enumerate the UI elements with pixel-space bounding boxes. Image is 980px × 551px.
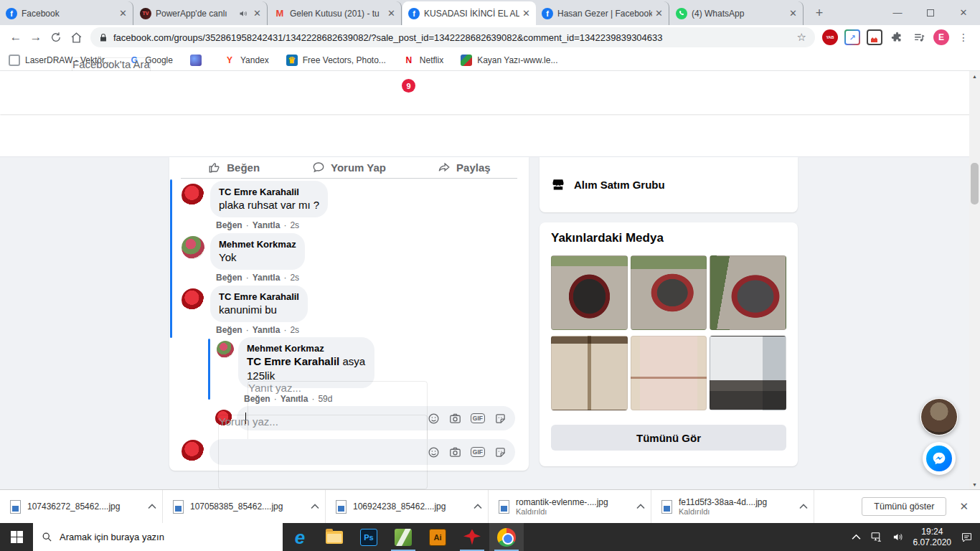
bookmark-yandex[interactable]: YYandex: [224, 55, 269, 66]
messenger-bubble-button[interactable]: [923, 442, 956, 475]
reply-link[interactable]: Yanıtla: [253, 273, 281, 283]
share-action[interactable]: Paylaş: [407, 157, 522, 177]
tab-close-icon[interactable]: ✕: [655, 8, 663, 19]
taskbar-coreldraw[interactable]: [386, 523, 420, 551]
tab-whatsapp[interactable]: (4) WhatsApp ✕: [670, 1, 804, 25]
download-item[interactable]: fe11d5f3-38aa-4d....jpg Kaldırıldı: [651, 490, 814, 523]
show-all-downloads-button[interactable]: Tümünü göster: [862, 497, 946, 516]
tab-audio-icon[interactable]: [239, 9, 248, 18]
reload-button[interactable]: [46, 27, 66, 47]
taskbar-red-app[interactable]: [455, 523, 489, 551]
reply-link[interactable]: Yanıtla: [253, 220, 281, 230]
download-item[interactable]: romantik-evlenme-....jpg Kaldırıldı: [489, 490, 651, 523]
media-photo-atv-2[interactable]: [631, 255, 707, 330]
download-item[interactable]: 107058385_85462....jpg: [163, 490, 326, 523]
comment-time[interactable]: 2s: [290, 220, 299, 230]
see-all-button[interactable]: Tümünü Gör: [551, 425, 786, 451]
gif-icon[interactable]: GIF: [471, 447, 485, 457]
scroll-up-icon[interactable]: ▲: [969, 71, 980, 81]
camera-icon[interactable]: [449, 446, 461, 458]
commenter-avatar[interactable]: [182, 288, 204, 311]
chevron-up-icon[interactable]: [473, 504, 482, 509]
browser-menu-icon[interactable]: ⋮: [956, 29, 971, 45]
scrollbar[interactable]: ▲ ▼: [969, 71, 980, 489]
taskbar-explorer[interactable]: [317, 523, 352, 551]
scrollbar-thumb[interactable]: [971, 163, 979, 204]
action-center-icon[interactable]: [961, 532, 973, 543]
tab-hasan-gezer[interactable]: f Hasan Gezer | Facebook ✕: [536, 1, 669, 25]
tab-close-icon[interactable]: ✕: [253, 8, 261, 19]
tab-close-icon[interactable]: ✕: [522, 8, 530, 19]
address-bar[interactable]: facebook.com/groups/352861958242431/1342…: [90, 27, 815, 47]
gif-icon[interactable]: GIF: [471, 413, 485, 423]
like-action[interactable]: Beğen: [176, 157, 291, 177]
new-tab-button[interactable]: +: [809, 2, 830, 24]
taskbar-edge[interactable]: e: [283, 523, 317, 551]
tray-chevron-up-icon[interactable]: [852, 534, 861, 540]
reply-avatar[interactable]: [217, 341, 234, 358]
bookmark-freevectors[interactable]: ♛Free Vectors, Photo...: [286, 55, 386, 66]
taskbar-illustrator[interactable]: Ai: [420, 523, 455, 551]
sticker-icon[interactable]: [494, 446, 507, 458]
emoji-icon[interactable]: [428, 413, 440, 425]
sticker-icon[interactable]: [494, 413, 507, 425]
back-button[interactable]: ←: [6, 27, 26, 47]
media-photo-atv-1[interactable]: [551, 255, 628, 330]
tab-close-icon[interactable]: ✕: [119, 8, 127, 19]
self-avatar[interactable]: [182, 440, 204, 463]
comment-time[interactable]: 2s: [290, 273, 299, 283]
start-button[interactable]: [0, 523, 33, 551]
maximize-button[interactable]: [914, 0, 947, 25]
media-photo-bathroom[interactable]: [710, 336, 786, 410]
close-window-button[interactable]: ✕: [947, 0, 980, 25]
forward-button[interactable]: →: [26, 27, 46, 47]
bookmark-icononly[interactable]: [190, 55, 207, 66]
bookmark-netflix[interactable]: NNetflix: [403, 55, 443, 66]
chevron-up-icon[interactable]: [311, 504, 319, 509]
mention-link[interactable]: TC Emre Karahalil: [247, 355, 339, 367]
playlist-extension-icon[interactable]: [911, 29, 927, 45]
bookmark-star-icon[interactable]: ☆: [797, 31, 806, 44]
network-icon[interactable]: [870, 532, 882, 542]
download-item[interactable]: 107436272_85462....jpg: [0, 490, 163, 523]
download-item[interactable]: 106924238_85462....jpg: [326, 490, 489, 523]
comment-author[interactable]: TC Emre Karahalil: [219, 291, 299, 303]
tab-close-icon[interactable]: ✕: [789, 8, 797, 19]
minimize-button[interactable]: —: [881, 0, 914, 25]
comment-author[interactable]: TC Emre Karahalil: [219, 186, 319, 198]
commenter-avatar[interactable]: [182, 236, 204, 259]
media-photo-atv-3[interactable]: [710, 255, 786, 330]
emoji-icon[interactable]: [428, 446, 440, 458]
taskbar-search-input[interactable]: Aramak için buraya yazın: [33, 523, 283, 551]
comment-action[interactable]: Yorum Yap: [291, 157, 406, 177]
cat-extension-icon[interactable]: [867, 29, 882, 45]
like-link[interactable]: Beğen: [216, 325, 242, 335]
close-downloads-icon[interactable]: ✕: [959, 500, 969, 513]
media-photo-wardrobe-open[interactable]: [631, 336, 707, 410]
yab-extension-icon[interactable]: YAB: [822, 29, 838, 45]
scroll-down-icon[interactable]: ▼: [969, 479, 980, 489]
comment-input[interactable]: Yorum yaz... GIF: [209, 439, 515, 465]
tab-powerapp[interactable]: TV PowerApp'de canlı ✕: [134, 1, 268, 25]
bookmark-kayan[interactable]: Kayan Yazı-www.le...: [461, 55, 557, 66]
like-link[interactable]: Beğen: [216, 220, 242, 230]
home-button[interactable]: [66, 27, 86, 47]
chevron-up-icon[interactable]: [148, 504, 156, 509]
like-link[interactable]: Beğen: [216, 273, 242, 283]
reply-author[interactable]: Mehmet Korkmaz: [247, 342, 366, 354]
volume-icon[interactable]: [892, 532, 904, 542]
chat-head-avatar[interactable]: [920, 398, 958, 435]
chevron-up-icon[interactable]: [799, 504, 808, 509]
tab-close-icon[interactable]: ✕: [387, 8, 395, 19]
extensions-puzzle-icon[interactable]: [889, 29, 905, 45]
tab-facebook[interactable]: f Facebook ✕: [0, 1, 133, 25]
group-type-row[interactable]: Alım Satım Grubu: [551, 177, 665, 192]
media-photo-wardrobe-closed[interactable]: [551, 336, 628, 410]
chevron-up-icon[interactable]: [636, 504, 645, 509]
browser-profile-avatar[interactable]: E: [933, 29, 949, 45]
taskbar-photoshop[interactable]: Ps: [352, 523, 386, 551]
https-lock-icon[interactable]: [99, 33, 108, 42]
camera-icon[interactable]: [449, 413, 461, 425]
url-text[interactable]: facebook.com/groups/352861958242431/1342…: [113, 32, 791, 43]
tab-kusadasi-active[interactable]: f KUSADASI İKİNCİ EL ALIM SATIM ✕: [402, 1, 536, 25]
